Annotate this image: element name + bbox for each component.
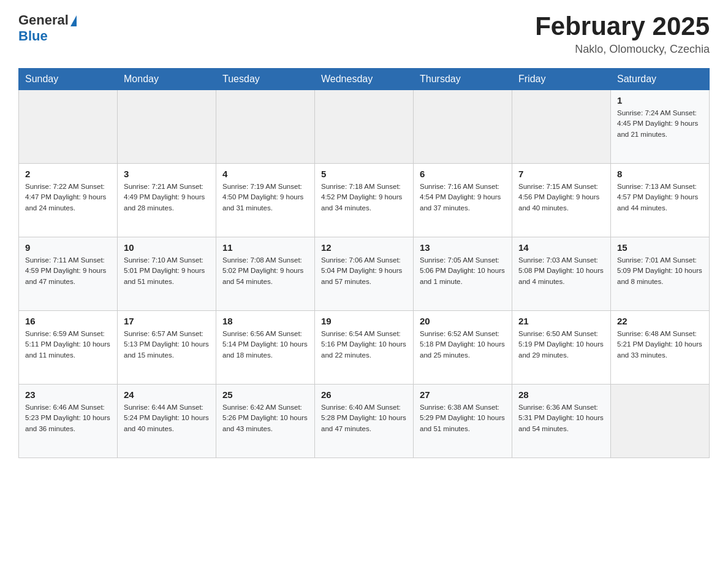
calendar-header-row: SundayMondayTuesdayWednesdayThursdayFrid… (19, 69, 710, 90)
logo-triangle-icon (70, 15, 77, 26)
day-number: 21 (518, 316, 604, 326)
page-header: General Blue February 2025 Naklo, Olomou… (18, 12, 710, 56)
calendar-cell (414, 90, 512, 164)
day-info: Sunrise: 6:38 AM Sunset: 5:29 PM Dayligh… (420, 402, 506, 434)
day-number: 16 (25, 316, 111, 326)
calendar-cell: 21Sunrise: 6:50 AM Sunset: 5:19 PM Dayli… (512, 311, 611, 385)
column-header-wednesday: Wednesday (315, 69, 414, 90)
day-number: 13 (420, 242, 506, 253)
calendar-cell: 6Sunrise: 7:16 AM Sunset: 4:54 PM Daylig… (414, 164, 512, 237)
day-number: 27 (420, 389, 506, 400)
calendar-cell (611, 385, 710, 458)
day-info: Sunrise: 6:46 AM Sunset: 5:23 PM Dayligh… (25, 402, 111, 434)
calendar-week-row: 23Sunrise: 6:46 AM Sunset: 5:23 PM Dayli… (19, 385, 710, 458)
column-header-monday: Monday (118, 69, 216, 90)
calendar-cell: 10Sunrise: 7:10 AM Sunset: 5:01 PM Dayli… (118, 237, 216, 311)
day-number: 20 (420, 316, 506, 326)
calendar-cell: 26Sunrise: 6:40 AM Sunset: 5:28 PM Dayli… (315, 385, 414, 458)
day-number: 15 (617, 242, 703, 253)
day-info: Sunrise: 6:36 AM Sunset: 5:31 PM Dayligh… (518, 402, 604, 434)
calendar-cell: 20Sunrise: 6:52 AM Sunset: 5:18 PM Dayli… (414, 311, 512, 385)
calendar-cell: 17Sunrise: 6:57 AM Sunset: 5:13 PM Dayli… (118, 311, 216, 385)
calendar-week-row: 1Sunrise: 7:24 AM Sunset: 4:45 PM Daylig… (19, 90, 710, 164)
day-number: 28 (518, 389, 604, 400)
column-header-tuesday: Tuesday (216, 69, 315, 90)
month-title: February 2025 (535, 12, 710, 40)
logo-general-text: General (18, 12, 69, 28)
calendar-cell: 4Sunrise: 7:19 AM Sunset: 4:50 PM Daylig… (216, 164, 315, 237)
column-header-friday: Friday (512, 69, 611, 90)
day-number: 8 (617, 169, 703, 179)
calendar-cell (118, 90, 216, 164)
column-header-saturday: Saturday (611, 69, 710, 90)
day-info: Sunrise: 7:05 AM Sunset: 5:06 PM Dayligh… (420, 255, 506, 287)
column-header-sunday: Sunday (19, 69, 118, 90)
day-info: Sunrise: 7:13 AM Sunset: 4:57 PM Dayligh… (617, 182, 703, 213)
day-info: Sunrise: 6:50 AM Sunset: 5:19 PM Dayligh… (518, 329, 604, 361)
title-area: February 2025 Naklo, Olomoucky, Czechia (535, 12, 710, 56)
calendar-cell: 7Sunrise: 7:15 AM Sunset: 4:56 PM Daylig… (512, 164, 611, 237)
calendar-cell: 1Sunrise: 7:24 AM Sunset: 4:45 PM Daylig… (611, 90, 710, 164)
day-number: 19 (321, 316, 407, 326)
calendar-week-row: 2Sunrise: 7:22 AM Sunset: 4:47 PM Daylig… (19, 164, 710, 237)
day-number: 25 (222, 389, 308, 400)
day-number: 3 (124, 169, 210, 179)
calendar-week-row: 9Sunrise: 7:11 AM Sunset: 4:59 PM Daylig… (19, 237, 710, 311)
day-info: Sunrise: 6:54 AM Sunset: 5:16 PM Dayligh… (321, 329, 407, 361)
day-number: 11 (222, 242, 308, 253)
calendar-cell: 24Sunrise: 6:44 AM Sunset: 5:24 PM Dayli… (118, 385, 216, 458)
calendar-cell: 14Sunrise: 7:03 AM Sunset: 5:08 PM Dayli… (512, 237, 611, 311)
calendar-cell (315, 90, 414, 164)
logo-blue-text: Blue (18, 28, 48, 44)
day-number: 12 (321, 242, 407, 253)
calendar-cell: 28Sunrise: 6:36 AM Sunset: 5:31 PM Dayli… (512, 385, 611, 458)
day-info: Sunrise: 7:19 AM Sunset: 4:50 PM Dayligh… (222, 182, 308, 213)
calendar-cell: 23Sunrise: 6:46 AM Sunset: 5:23 PM Dayli… (19, 385, 118, 458)
calendar-cell: 5Sunrise: 7:18 AM Sunset: 4:52 PM Daylig… (315, 164, 414, 237)
day-info: Sunrise: 6:59 AM Sunset: 5:11 PM Dayligh… (25, 329, 111, 361)
location-label: Naklo, Olomoucky, Czechia (535, 43, 710, 56)
day-number: 10 (124, 242, 210, 253)
day-info: Sunrise: 7:08 AM Sunset: 5:02 PM Dayligh… (222, 255, 308, 287)
day-number: 6 (420, 169, 506, 179)
calendar-cell: 25Sunrise: 6:42 AM Sunset: 5:26 PM Dayli… (216, 385, 315, 458)
day-info: Sunrise: 7:22 AM Sunset: 4:47 PM Dayligh… (25, 182, 111, 213)
day-number: 24 (124, 389, 210, 400)
calendar-cell: 8Sunrise: 7:13 AM Sunset: 4:57 PM Daylig… (611, 164, 710, 237)
day-info: Sunrise: 7:03 AM Sunset: 5:08 PM Dayligh… (518, 255, 604, 287)
calendar-cell (512, 90, 611, 164)
day-number: 5 (321, 169, 407, 179)
day-number: 18 (222, 316, 308, 326)
calendar-cell (19, 90, 118, 164)
calendar-cell: 2Sunrise: 7:22 AM Sunset: 4:47 PM Daylig… (19, 164, 118, 237)
day-number: 23 (25, 389, 111, 400)
calendar-cell (216, 90, 315, 164)
column-header-thursday: Thursday (414, 69, 512, 90)
calendar-cell: 13Sunrise: 7:05 AM Sunset: 5:06 PM Dayli… (414, 237, 512, 311)
calendar-week-row: 16Sunrise: 6:59 AM Sunset: 5:11 PM Dayli… (19, 311, 710, 385)
day-number: 1 (617, 95, 703, 105)
calendar-cell: 16Sunrise: 6:59 AM Sunset: 5:11 PM Dayli… (19, 311, 118, 385)
calendar-cell: 9Sunrise: 7:11 AM Sunset: 4:59 PM Daylig… (19, 237, 118, 311)
day-info: Sunrise: 6:57 AM Sunset: 5:13 PM Dayligh… (124, 329, 210, 361)
day-info: Sunrise: 6:44 AM Sunset: 5:24 PM Dayligh… (124, 402, 210, 434)
day-info: Sunrise: 7:01 AM Sunset: 5:09 PM Dayligh… (617, 255, 703, 287)
day-info: Sunrise: 7:11 AM Sunset: 4:59 PM Dayligh… (25, 255, 111, 287)
day-info: Sunrise: 6:48 AM Sunset: 5:21 PM Dayligh… (617, 329, 703, 361)
day-info: Sunrise: 7:06 AM Sunset: 5:04 PM Dayligh… (321, 255, 407, 287)
day-info: Sunrise: 7:24 AM Sunset: 4:45 PM Dayligh… (617, 108, 703, 140)
day-number: 14 (518, 242, 604, 253)
day-info: Sunrise: 7:15 AM Sunset: 4:56 PM Dayligh… (518, 182, 604, 213)
calendar-cell: 27Sunrise: 6:38 AM Sunset: 5:29 PM Dayli… (414, 385, 512, 458)
calendar-cell: 12Sunrise: 7:06 AM Sunset: 5:04 PM Dayli… (315, 237, 414, 311)
day-number: 22 (617, 316, 703, 326)
day-number: 17 (124, 316, 210, 326)
day-info: Sunrise: 6:56 AM Sunset: 5:14 PM Dayligh… (222, 329, 308, 361)
day-info: Sunrise: 7:16 AM Sunset: 4:54 PM Dayligh… (420, 182, 506, 213)
day-info: Sunrise: 6:40 AM Sunset: 5:28 PM Dayligh… (321, 402, 407, 434)
day-info: Sunrise: 6:42 AM Sunset: 5:26 PM Dayligh… (222, 402, 308, 434)
day-info: Sunrise: 6:52 AM Sunset: 5:18 PM Dayligh… (420, 329, 506, 361)
calendar-cell: 22Sunrise: 6:48 AM Sunset: 5:21 PM Dayli… (611, 311, 710, 385)
day-number: 9 (25, 242, 111, 253)
day-info: Sunrise: 7:10 AM Sunset: 5:01 PM Dayligh… (124, 255, 210, 287)
